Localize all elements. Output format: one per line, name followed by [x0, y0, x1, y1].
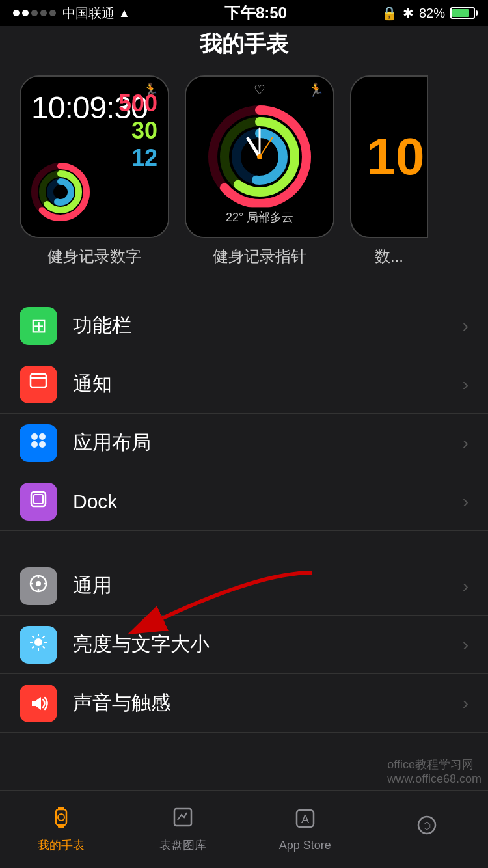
- svg-point-18: [31, 433, 38, 440]
- chevron-icon-dock-bar: ›: [463, 316, 468, 336]
- chevron-icon-general: ›: [463, 576, 468, 597]
- tab-bar: 我的手表 表盘图库 A App Store ⬡: [0, 790, 488, 868]
- group-separator: [0, 531, 488, 557]
- sound-label: 声音与触感: [73, 690, 463, 716]
- menu-item-general[interactable]: 通用 ›: [0, 557, 488, 616]
- lock-icon: 🔒: [381, 5, 398, 21]
- signal-dots: [13, 10, 56, 16]
- digital-face: 🏃 10:09:30 500 30 12: [21, 77, 168, 237]
- svg-point-30: [34, 638, 42, 646]
- heart-icon: ♡: [254, 82, 265, 98]
- svg-line-35: [33, 636, 34, 638]
- svg-point-15: [257, 154, 262, 159]
- svg-point-25: [36, 581, 41, 586]
- dock-bar-label: 功能栏: [73, 312, 463, 339]
- tab-icon-app-store: A: [293, 807, 317, 836]
- sound-icon: [20, 685, 57, 722]
- menu-item-dock-bar[interactable]: ⊞ 功能栏 ›: [0, 297, 488, 355]
- watch-face-label-analog: 健身记录指针: [213, 246, 306, 267]
- battery-icon: [450, 7, 475, 19]
- svg-text:⬡: ⬡: [423, 821, 431, 831]
- dock-label: Dock: [73, 491, 463, 513]
- signal-dot-1: [13, 10, 20, 16]
- partial-face: 10: [351, 77, 427, 237]
- tab-icon-discover: ⬡: [415, 813, 439, 843]
- watch-face-item-partial[interactable]: 10 数...: [350, 75, 428, 267]
- dock-symbol: [28, 489, 49, 514]
- svg-marker-39: [32, 697, 41, 710]
- svg-rect-16: [31, 374, 46, 387]
- tab-item-app-store[interactable]: A App Store: [244, 791, 366, 868]
- analog-face: ♡ 🏃: [186, 77, 333, 237]
- general-label: 通用: [73, 573, 463, 599]
- watch-face-carousel[interactable]: 🏃 10:09:30 500 30 12: [0, 62, 488, 271]
- tab-icon-my-watch: [49, 806, 73, 835]
- carrier-label: 中国联通: [62, 5, 115, 22]
- battery-percent: 82%: [419, 6, 445, 21]
- svg-point-44: [58, 814, 64, 821]
- weather-bar: 22° 局部多云: [186, 207, 333, 228]
- tab-item-discover[interactable]: ⬡: [366, 791, 489, 868]
- chevron-icon-brightness: ›: [463, 634, 468, 655]
- brightness-icon: [20, 626, 57, 664]
- svg-line-38: [33, 647, 34, 649]
- watch-face-item-analog[interactable]: ♡ 🏃: [185, 75, 334, 267]
- svg-line-14: [260, 137, 273, 157]
- menu-group-2: 通用 › 亮度与文字大小 ›: [0, 557, 488, 733]
- watch-face-card-analog[interactable]: ♡ 🏃: [185, 75, 334, 238]
- notifications-label: 通知: [73, 371, 463, 398]
- notifications-symbol: [28, 372, 49, 397]
- svg-line-37: [43, 636, 45, 638]
- tab-item-watch-faces[interactable]: 表盘图库: [122, 791, 245, 868]
- menu-item-sound[interactable]: 声音与触感 ›: [0, 674, 488, 733]
- svg-rect-23: [34, 495, 43, 504]
- watch-face-item-digital[interactable]: 🏃 10:09:30 500 30 12: [20, 75, 169, 267]
- page-title: 我的手表: [200, 29, 288, 59]
- dock-bar-symbol: ⊞: [31, 314, 47, 337]
- section-divider-1: [0, 271, 488, 297]
- menu-item-app-layout[interactable]: 应用布局 ›: [0, 414, 488, 472]
- svg-rect-45: [174, 809, 191, 826]
- brightness-symbol: [28, 632, 49, 657]
- status-left: 中国联通 ▲: [13, 5, 130, 22]
- tab-icon-watch-faces: [171, 806, 195, 835]
- app-layout-label: 应用布局: [73, 429, 463, 456]
- status-time: 下午8:50: [224, 3, 287, 23]
- menu-item-dock[interactable]: Dock ›: [0, 472, 488, 531]
- dock-icon: [20, 483, 57, 521]
- tab-item-my-watch[interactable]: 我的手表: [0, 791, 122, 868]
- svg-point-19: [39, 433, 46, 440]
- brightness-label: 亮度与文字大小: [73, 631, 463, 658]
- watch-face-card-partial[interactable]: 10: [350, 75, 428, 238]
- run-icon-analog: 🏃: [308, 82, 324, 98]
- nav-title-bar: 我的手表: [0, 26, 488, 62]
- partial-number: 10: [354, 127, 425, 187]
- tab-label-watch-faces: 表盘图库: [159, 837, 206, 853]
- app-layout-symbol: [28, 430, 49, 455]
- dock-bar-icon: ⊞: [20, 307, 57, 345]
- status-right: 🔒 ✱ 82%: [381, 5, 475, 21]
- watch-face-card-digital[interactable]: 🏃 10:09:30 500 30 12: [20, 75, 169, 238]
- watch-face-label-partial: 数...: [375, 246, 403, 267]
- menu-item-notifications[interactable]: 通知 ›: [0, 355, 488, 414]
- chevron-icon-dock: ›: [463, 491, 468, 512]
- carousel-row: 🏃 10:09:30 500 30 12: [0, 75, 488, 267]
- bluetooth-icon: ✱: [403, 5, 414, 21]
- stats-right: 500 30 12: [118, 90, 157, 172]
- signal-dot-2: [22, 10, 29, 16]
- menu-item-brightness[interactable]: 亮度与文字大小 ›: [0, 616, 488, 674]
- tab-label-my-watch: 我的手表: [38, 837, 85, 853]
- chevron-icon-sound: ›: [463, 693, 468, 714]
- status-bar: 中国联通 ▲ 下午8:50 🔒 ✱ 82%: [0, 0, 488, 26]
- menu-group-1: ⊞ 功能栏 › 通知 ›: [0, 297, 488, 531]
- svg-point-21: [39, 441, 46, 448]
- svg-line-36: [43, 647, 45, 649]
- svg-rect-43: [58, 824, 64, 828]
- signal-dot-3: [31, 10, 38, 16]
- stat-stand: 12: [118, 144, 157, 172]
- app-layout-icon: [20, 424, 57, 462]
- svg-point-20: [31, 441, 38, 448]
- watermark: office教程学习网www.office68.com: [387, 757, 481, 786]
- chevron-icon-notifications: ›: [463, 374, 468, 395]
- notifications-icon: [20, 366, 57, 403]
